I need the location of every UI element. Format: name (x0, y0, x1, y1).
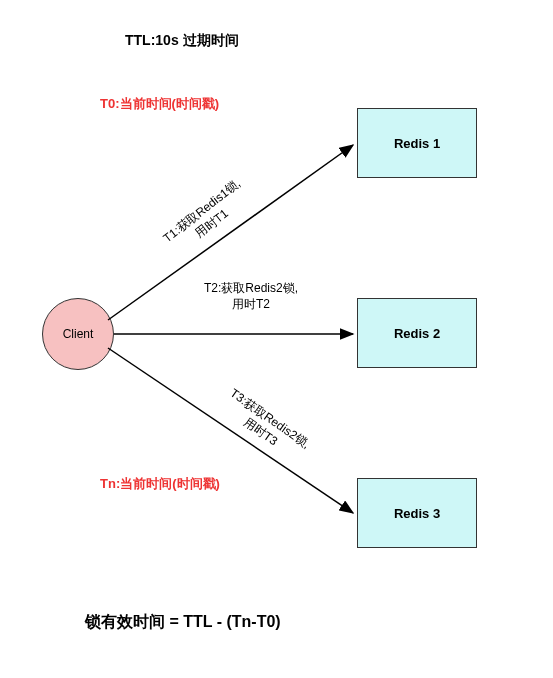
client-label: Client (63, 327, 94, 341)
arrow-label-t2: T2:获取Redis2锁, 用时T2 (204, 281, 298, 312)
redis-3-label: Redis 3 (394, 506, 440, 521)
arrow-label-t3: T3:获取Redis2锁, 用时T3 (218, 386, 313, 465)
formula-text: 锁有效时间 = TTL - (Tn-T0) (85, 612, 281, 633)
redis-1-label: Redis 1 (394, 136, 440, 151)
redis-node-1: Redis 1 (357, 108, 477, 178)
redis-2-label: Redis 2 (394, 326, 440, 341)
redis-node-2: Redis 2 (357, 298, 477, 368)
diagram-container: TTL:10s 过期时间 T0:当前时间(时间戳) Tn:当前时间(时间戳) C… (0, 0, 553, 678)
t0-timestamp-label: T0:当前时间(时间戳) (100, 95, 219, 113)
ttl-header: TTL:10s 过期时间 (125, 32, 239, 50)
redis-node-3: Redis 3 (357, 478, 477, 548)
client-node: Client (42, 298, 114, 370)
arrow-label-t1: T1:获取Redis1锁, 用时T1 (160, 176, 253, 258)
tn-timestamp-label: Tn:当前时间(时间戳) (100, 475, 220, 493)
